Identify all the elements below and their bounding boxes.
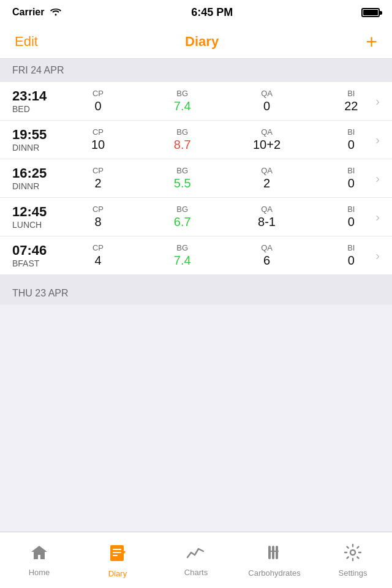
status-bar: Carrier 6:45 PM [0,0,392,24]
tab-diary-label: Diary [108,569,127,578]
stats: CP 2 BG 5.5 QA 2 BI 0 [80,166,369,190]
time-meal: 23:14 BED [12,88,80,114]
tab-bar: Home Diary Charts [0,532,392,588]
svg-rect-8 [276,546,278,559]
time-meal: 12:45 LUNCH [12,204,80,230]
wifi-icon [49,6,62,19]
tab-carbohydrates-label: Carbohydrates [248,568,300,578]
time-meal: 16:25 DINNR [12,165,80,191]
stats: CP 0 BG 7.4 QA 0 BI 22 [80,89,369,113]
stats: CP 10 BG 8.7 QA 10+2 BI 0 [80,127,369,152]
qa-col: QA 10+2 [249,127,285,152]
cp-col: CP 8 [80,205,116,229]
chevron-right-icon: › [375,210,380,224]
chevron-right-icon: › [375,172,380,186]
cp-col: CP 4 [80,243,116,268]
bi-col: BI 0 [333,243,369,268]
settings-icon [344,543,362,566]
qa-col: QA 8-1 [249,205,285,229]
chevron-right-icon: › [375,94,380,108]
table-row[interactable]: 19:55 DINNR CP 10 BG 8.7 QA 10+2 BI [0,121,392,159]
chevron-right-icon: › [375,249,380,263]
add-button[interactable]: + [366,32,377,51]
stats: CP 4 BG 7.4 QA 6 BI 0 [80,243,369,268]
chevron-right-icon: › [375,133,380,147]
tab-diary[interactable]: Diary [78,532,157,588]
cp-col: CP 0 [80,89,116,113]
qa-col: QA 2 [249,166,285,190]
qa-col: QA 6 [249,243,285,268]
charts-icon [186,544,206,565]
status-time: 6:45 PM [191,6,233,19]
page-title: Diary [185,34,219,50]
nav-bar: Edit Diary + [0,24,392,59]
cp-col: CP 10 [80,127,116,152]
tab-charts[interactable]: Charts [157,532,235,588]
time-meal: 19:55 DINNR [12,127,80,153]
svg-rect-7 [272,546,274,559]
svg-rect-9 [270,551,279,552]
edit-button[interactable]: Edit [15,34,38,50]
tab-settings-label: Settings [339,568,368,578]
diary-entries-fri: 23:14 BED CP 0 BG 7.4 QA 0 BI 22 [0,82,392,274]
carbohydrates-icon [266,543,283,566]
tab-home-label: Home [29,568,50,577]
table-row[interactable]: 16:25 DINNR CP 2 BG 5.5 QA 2 BI 0 [0,159,392,198]
diary-icon [108,543,127,567]
bg-col: BG 7.4 [164,243,201,268]
cp-col: CP 2 [80,166,116,190]
tab-home[interactable]: Home [0,532,78,588]
time-meal: 07:46 BFAST [12,243,80,268]
svg-point-10 [350,550,355,555]
svg-marker-5 [124,557,126,559]
tab-charts-label: Charts [184,568,208,577]
section-gap [0,274,392,282]
svg-rect-3 [113,555,118,556]
bi-col: BI 22 [333,89,369,113]
svg-rect-2 [113,552,121,553]
section-header-thu: THU 23 APR [0,282,392,305]
battery-icon [361,8,380,17]
bg-col: BG 6.7 [164,205,201,229]
bg-col: BG 8.7 [164,127,201,152]
tab-settings[interactable]: Settings [314,532,392,588]
table-row[interactable]: 23:14 BED CP 0 BG 7.4 QA 0 BI 22 [0,82,392,121]
table-row[interactable]: 12:45 LUNCH CP 8 BG 6.7 QA 8-1 BI 0 [0,198,392,236]
section-header-fri: FRI 24 APR [0,59,392,82]
bg-col: BG 7.4 [164,89,201,113]
status-left: Carrier [12,6,62,19]
main-content: FRI 24 APR 23:14 BED CP 0 BG 7.4 QA 0 [0,59,392,361]
bg-col: BG 5.5 [164,166,201,190]
table-row[interactable]: 07:46 BFAST CP 4 BG 7.4 QA 6 BI 0 [0,236,392,274]
home-icon [30,544,48,565]
stats: CP 8 BG 6.7 QA 8-1 BI 0 [80,205,369,229]
carrier-label: Carrier [12,7,44,18]
tab-carbohydrates[interactable]: Carbohydrates [235,532,314,588]
svg-rect-1 [113,549,121,550]
bi-col: BI 0 [333,166,369,190]
bi-col: BI 0 [333,205,369,229]
svg-rect-6 [268,546,271,559]
bi-col: BI 0 [333,127,369,152]
qa-col: QA 0 [249,89,285,113]
